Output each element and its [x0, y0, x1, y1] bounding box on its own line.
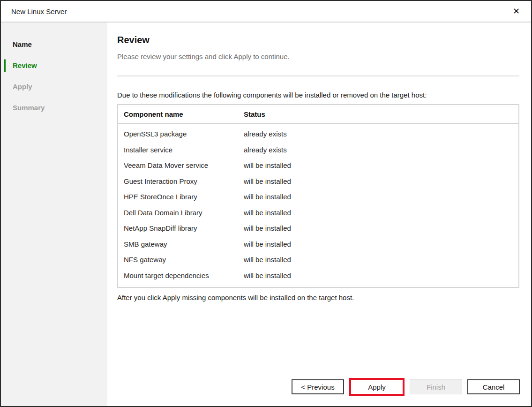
step-summary[interactable]: Summary: [1, 97, 107, 118]
status-cell: already exists: [244, 146, 518, 154]
component-name-cell: Installer service: [118, 146, 244, 154]
status-cell: will be installed: [244, 240, 518, 248]
component-name-cell: HPE StoreOnce Library: [118, 193, 244, 201]
status-cell: will be installed: [244, 271, 518, 279]
status-cell: will be installed: [244, 177, 518, 185]
table-row: NetApp SnapDiff library will be installe…: [118, 220, 518, 236]
table-row: Guest Interaction Proxy will be installe…: [118, 173, 518, 189]
apply-note-text: After you click Apply missing components…: [117, 293, 519, 302]
table-row: SMB gateway will be installed: [118, 236, 518, 252]
column-header-component-name: Component name: [118, 110, 244, 118]
column-header-status: Status: [244, 110, 518, 118]
component-name-cell: OpenSSL3 package: [118, 130, 244, 138]
status-cell: will be installed: [244, 224, 518, 232]
components-table: Component name Status OpenSSL3 package a…: [117, 104, 519, 288]
table-row: NFS gateway will be installed: [118, 252, 518, 268]
status-cell: will be installed: [244, 161, 518, 169]
component-name-cell: Veeam Data Mover service: [118, 161, 244, 169]
component-name-cell: Guest Interaction Proxy: [118, 177, 244, 185]
close-icon[interactable]: ✕: [510, 5, 523, 17]
active-step-indicator: [4, 59, 6, 72]
apply-button[interactable]: Apply: [349, 378, 405, 396]
step-apply-label: Apply: [13, 83, 32, 90]
table-row: OpenSSL3 package already exists: [118, 126, 518, 142]
status-cell: will be installed: [244, 193, 518, 201]
window-title: New Linux Server: [11, 8, 67, 15]
step-review-label: Review: [13, 61, 37, 69]
cancel-button[interactable]: Cancel: [467, 379, 520, 394]
table-row: Veeam Data Mover service will be install…: [118, 158, 518, 173]
page-subtitle: Please review your settings and click Ap…: [117, 52, 519, 61]
component-name-cell: SMB gateway: [118, 240, 244, 248]
status-cell: will be installed: [244, 256, 518, 264]
divider: [117, 75, 519, 76]
page-title: Review: [117, 35, 519, 45]
component-name-cell: NFS gateway: [118, 256, 244, 264]
component-name-cell: Mount target dependencies: [118, 271, 244, 279]
step-summary-label: Summary: [13, 104, 45, 112]
previous-button[interactable]: < Previous: [292, 379, 344, 394]
wizard-steps-sidebar: Name Review Apply Summary: [1, 23, 107, 406]
new-linux-server-wizard: New Linux Server ✕ Name Review Apply Sum…: [0, 0, 532, 407]
titlebar: New Linux Server ✕: [1, 1, 531, 23]
components-intro-text: Due to these modifications the following…: [117, 90, 519, 100]
review-page: Review Please review your settings and c…: [107, 23, 531, 406]
table-row: HPE StoreOnce Library will be installed: [118, 189, 518, 205]
step-name-label: Name: [13, 40, 32, 48]
component-name-cell: Dell Data Domain Library: [118, 209, 244, 217]
table-row: Installer service already exists: [118, 142, 518, 158]
step-apply[interactable]: Apply: [1, 76, 107, 97]
status-cell: already exists: [244, 130, 518, 138]
status-cell: will be installed: [244, 209, 518, 217]
table-row: Dell Data Domain Library will be install…: [118, 205, 518, 221]
wizard-footer: < Previous Apply Finish Cancel: [292, 378, 520, 396]
components-table-body: OpenSSL3 package already exists Installe…: [118, 124, 518, 287]
table-row: Mount target dependencies will be instal…: [118, 268, 518, 284]
components-table-header: Component name Status: [118, 105, 518, 124]
finish-button: Finish: [410, 379, 462, 394]
component-name-cell: NetApp SnapDiff library: [118, 224, 244, 232]
step-name[interactable]: Name: [1, 34, 107, 55]
step-review[interactable]: Review: [1, 55, 107, 76]
